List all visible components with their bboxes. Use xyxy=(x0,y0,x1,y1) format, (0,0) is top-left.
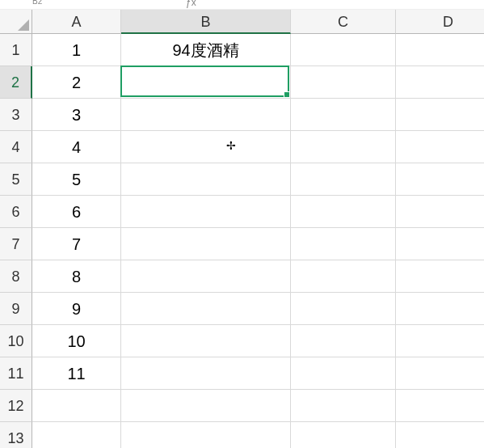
cell-D1[interactable] xyxy=(396,34,484,66)
cell-C9[interactable] xyxy=(291,293,396,325)
row-header-9[interactable]: 9 xyxy=(0,293,32,325)
row-header-2[interactable]: 2 xyxy=(0,66,32,99)
cell-D9[interactable] xyxy=(396,293,484,325)
cell-C2[interactable] xyxy=(291,66,396,99)
cell-D2[interactable] xyxy=(396,66,484,99)
cell-A9[interactable]: 9 xyxy=(32,293,121,325)
formula-bar-fragment: B2 ƒx xyxy=(0,0,484,10)
table-row: 8 xyxy=(32,260,484,293)
cell-A10[interactable]: 10 xyxy=(32,325,121,357)
row-header-6[interactable]: 6 xyxy=(0,196,32,228)
cell-A8[interactable]: 8 xyxy=(32,260,121,293)
cell-A7[interactable]: 7 xyxy=(32,228,121,260)
row-header-1[interactable]: 1 xyxy=(0,34,32,66)
fx-icon[interactable]: ƒx xyxy=(186,0,196,8)
cell-C3[interactable] xyxy=(291,99,396,131)
cell-C13[interactable] xyxy=(291,422,396,448)
cell-C7[interactable] xyxy=(291,228,396,260)
cell-D12[interactable] xyxy=(396,390,484,422)
cell-D6[interactable] xyxy=(396,196,484,228)
cell-A5[interactable]: 5 xyxy=(32,163,121,196)
cell-B9[interactable] xyxy=(121,293,291,325)
row-header-3[interactable]: 3 xyxy=(0,99,32,131)
cell-A1[interactable]: 1 xyxy=(32,34,121,66)
cell-C10[interactable] xyxy=(291,325,396,357)
cell-D11[interactable] xyxy=(396,357,484,390)
cell-A3[interactable]: 3 xyxy=(32,99,121,131)
table-row: 9 xyxy=(32,293,484,325)
cell-C6[interactable] xyxy=(291,196,396,228)
cell-C4[interactable] xyxy=(291,131,396,163)
table-row: 2 xyxy=(32,66,484,99)
cell-D13[interactable] xyxy=(396,422,484,448)
column-header-B[interactable]: B xyxy=(121,10,291,34)
cell-B4[interactable] xyxy=(121,131,291,163)
cell-A2[interactable]: 2 xyxy=(32,66,121,99)
cell-D7[interactable] xyxy=(396,228,484,260)
cell-A4[interactable]: 4 xyxy=(32,131,121,163)
cell-B2[interactable] xyxy=(121,66,291,99)
cells-area[interactable]: 194度酒精234567891011 xyxy=(32,34,484,448)
cell-C12[interactable] xyxy=(291,390,396,422)
row-header-7[interactable]: 7 xyxy=(0,228,32,260)
cell-A13[interactable] xyxy=(32,422,121,448)
column-header-A[interactable]: A xyxy=(32,10,121,34)
cell-B7[interactable] xyxy=(121,228,291,260)
table-row: 194度酒精 xyxy=(32,34,484,66)
cell-C11[interactable] xyxy=(291,357,396,390)
table-row: 11 xyxy=(32,357,484,390)
cell-A11[interactable]: 11 xyxy=(32,357,121,390)
cell-C5[interactable] xyxy=(291,163,396,196)
cell-B10[interactable] xyxy=(121,325,291,357)
row-header-11[interactable]: 11 xyxy=(0,357,32,390)
row-header-12[interactable]: 12 xyxy=(0,390,32,422)
column-header-C[interactable]: C xyxy=(291,10,396,34)
cell-B11[interactable] xyxy=(121,357,291,390)
table-row: 7 xyxy=(32,228,484,260)
table-row: 5 xyxy=(32,163,484,196)
cell-A12[interactable] xyxy=(32,390,121,422)
cell-B1[interactable]: 94度酒精 xyxy=(121,34,291,66)
cell-B5[interactable] xyxy=(121,163,291,196)
cell-C8[interactable] xyxy=(291,260,396,293)
row-headers[interactable]: 12345678910111213 xyxy=(0,34,32,448)
row-header-8[interactable]: 8 xyxy=(0,260,32,293)
cell-C1[interactable] xyxy=(291,34,396,66)
cell-D8[interactable] xyxy=(396,260,484,293)
row-header-13[interactable]: 13 xyxy=(0,422,32,448)
cell-B3[interactable] xyxy=(121,99,291,131)
name-box[interactable]: B2 xyxy=(32,0,42,6)
cell-D5[interactable] xyxy=(396,163,484,196)
table-row: 4 xyxy=(32,131,484,163)
cell-B8[interactable] xyxy=(121,260,291,293)
column-headers[interactable]: ABCD xyxy=(32,10,484,34)
cell-A6[interactable]: 6 xyxy=(32,196,121,228)
row-header-5[interactable]: 5 xyxy=(0,163,32,196)
table-row: 3 xyxy=(32,99,484,131)
table-row: 6 xyxy=(32,196,484,228)
cell-D4[interactable] xyxy=(396,131,484,163)
row-header-4[interactable]: 4 xyxy=(0,131,32,163)
cell-B6[interactable] xyxy=(121,196,291,228)
cell-D10[interactable] xyxy=(396,325,484,357)
table-row xyxy=(32,422,484,448)
table-row xyxy=(32,390,484,422)
cell-B13[interactable] xyxy=(121,422,291,448)
row-header-10[interactable]: 10 xyxy=(0,325,32,357)
column-header-D[interactable]: D xyxy=(396,10,484,34)
table-row: 10 xyxy=(32,325,484,357)
cell-D3[interactable] xyxy=(396,99,484,131)
cell-B12[interactable] xyxy=(121,390,291,422)
select-all-corner[interactable] xyxy=(0,10,32,34)
